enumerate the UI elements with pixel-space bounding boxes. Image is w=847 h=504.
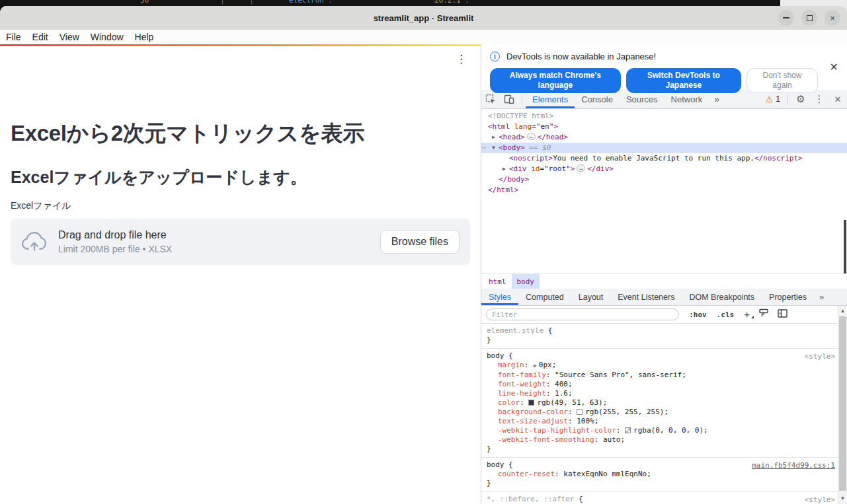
- menu-bar: FileEditViewWindowHelp: [0, 30, 847, 44]
- css-rule-source: <style>: [805, 352, 835, 361]
- warning-count: 1: [776, 94, 780, 104]
- expand-arrow-icon[interactable]: ▶: [534, 363, 537, 369]
- more-tabs-icon[interactable]: »: [814, 289, 829, 305]
- hover-state-toggle[interactable]: :hov: [689, 310, 707, 319]
- menu-item-edit[interactable]: Edit: [32, 32, 48, 42]
- page-title: Excelから2次元マトリックスを表示: [11, 120, 470, 147]
- styles-panel-tabs: StylesComputedLayoutEvent ListenersDOM B…: [481, 289, 847, 306]
- css-property[interactable]: margin: ▶0px;: [487, 361, 835, 371]
- tab-styles[interactable]: Styles: [481, 289, 518, 305]
- computed-sidebar-panel-icon[interactable]: [778, 308, 787, 320]
- devtools-close-icon[interactable]: ✕: [828, 90, 847, 108]
- new-style-rule-icon[interactable]: +: [744, 310, 750, 318]
- css-property[interactable]: line-height: 1.6;: [487, 389, 835, 398]
- css-selector-line: *, ::before, ::after {: [487, 495, 835, 504]
- toolbar-divider: [522, 94, 522, 104]
- title-bar[interactable]: streamlit_app · Streamlit ×: [0, 6, 847, 30]
- css-property[interactable]: font-family: "Source Sans Pro", sans-ser…: [487, 371, 835, 380]
- ellipsis-expand-icon[interactable]: …: [527, 133, 536, 140]
- css-selector[interactable]: *, ::before, ::after: [487, 495, 574, 503]
- menu-item-file[interactable]: File: [6, 32, 21, 42]
- css-property[interactable]: -webkit-font-smoothing: auto;: [487, 435, 835, 445]
- don-t-show-again-button[interactable]: Don't show again: [746, 68, 818, 93]
- scrollbar-thumb[interactable]: [839, 316, 846, 491]
- color-swatch[interactable]: [577, 409, 583, 415]
- collapse-arrow-icon[interactable]: ▼: [492, 143, 499, 153]
- rendering-emulation-icon[interactable]: [759, 308, 768, 320]
- browse-files-button[interactable]: Browse files: [380, 230, 460, 254]
- css-selector[interactable]: element.style: [487, 326, 544, 335]
- dom-tree-row[interactable]: <html lang="en">: [481, 122, 847, 132]
- css-selector-line: body {: [487, 351, 835, 361]
- css-property[interactable]: font-weight: 400;: [487, 380, 835, 389]
- tab-dom-breakpoints[interactable]: DOM Breakpoints: [682, 289, 762, 305]
- styles-rules-list: element.style {}body {<style>margin: ▶0p…: [481, 324, 847, 504]
- css-property[interactable]: text-size-adjust: 100%;: [487, 417, 835, 426]
- menu-item-help[interactable]: Help: [135, 32, 154, 42]
- always-match-chrome-s-language-button[interactable]: Always match Chrome's language: [490, 68, 621, 93]
- menu-item-view[interactable]: View: [60, 32, 79, 42]
- banner-close-icon[interactable]: ✕: [830, 61, 838, 73]
- color-swatch[interactable]: [528, 400, 534, 406]
- css-selector-line: element.style {: [487, 326, 835, 336]
- terminal-text-fragment: │: [249, 0, 254, 5]
- menu-item-window[interactable]: Window: [91, 32, 124, 42]
- app-menu-kebab-icon[interactable]: ⋮: [456, 52, 467, 66]
- file-uploader-dropzone[interactable]: Drag and drop file here Limit 200MB per …: [11, 219, 470, 265]
- page-subtitle: Excelファイルをアップロードします。: [11, 167, 470, 188]
- dom-tree-row[interactable]: <!DOCTYPE html>: [481, 111, 847, 122]
- scrollbar-down-icon[interactable]: ▼: [838, 494, 847, 503]
- tab-layout[interactable]: Layout: [571, 289, 611, 305]
- tab-properties[interactable]: Properties: [762, 289, 814, 305]
- elements-dom-tree: <!DOCTYPE html><html lang="en">▶<head>…<…: [481, 109, 847, 273]
- dom-tree-scrollbar[interactable]: [844, 220, 846, 273]
- dom-tree-row[interactable]: ▶<head>…</head>: [481, 132, 847, 143]
- breadcrumb-body[interactable]: body: [512, 274, 540, 289]
- window-title: streamlit_app · Streamlit: [374, 13, 474, 23]
- maximize-button[interactable]: [801, 10, 817, 26]
- terminal-text-fragment: electron :: [289, 0, 333, 5]
- css-selector[interactable]: body: [487, 460, 504, 469]
- dom-tree-row[interactable]: </body>: [481, 174, 847, 185]
- window-controls: ×: [778, 10, 840, 26]
- styles-filter-input[interactable]: [486, 308, 679, 320]
- css-rule: *, ::before, ::after {<style>box-sizing:…: [481, 492, 847, 504]
- dom-tree-row[interactable]: </html>: [481, 185, 847, 196]
- tab-event-listeners[interactable]: Event Listeners: [610, 289, 682, 305]
- css-selector[interactable]: body: [487, 351, 504, 360]
- css-rule-source[interactable]: main.fb5f4d99.css:1: [752, 461, 835, 470]
- tab-computed[interactable]: Computed: [518, 289, 571, 305]
- css-rule-source: <style>: [805, 495, 835, 504]
- expand-arrow-icon[interactable]: ▶: [492, 132, 499, 143]
- ellipsis-expand-icon[interactable]: …: [577, 164, 585, 172]
- dom-tree-row[interactable]: ⋯▼<body> == $0: [481, 143, 847, 153]
- dom-tree-row[interactable]: <noscript>You need to enable JavaScript …: [481, 153, 847, 164]
- uploader-text: Drag and drop file here Limit 200MB per …: [58, 229, 172, 254]
- streamlit-app-pane: ⋮ Excelから2次元マトリックスを表示 Excelファイルをアップロードしま…: [0, 44, 481, 504]
- uploader-label: Excelファイル: [11, 200, 470, 212]
- scrollbar-up-icon[interactable]: ▲: [838, 306, 847, 316]
- terminal-text-fragment: 50: [140, 0, 149, 5]
- css-property[interactable]: counter-reset: katexEqnNo mmlEqnNo;: [487, 470, 835, 479]
- dom-row-actions-icon[interactable]: ⋯: [482, 143, 486, 153]
- close-button[interactable]: ×: [825, 10, 840, 26]
- color-swatch[interactable]: [625, 427, 631, 433]
- css-property[interactable]: color: rgb(49, 51, 63);: [487, 398, 835, 408]
- css-property[interactable]: -webkit-tap-highlight-color: rgba(0, 0, …: [487, 426, 835, 435]
- minimize-button[interactable]: [778, 10, 794, 26]
- banner-message: DevTools is now available in Japanese!: [506, 52, 656, 61]
- switch-devtools-to-japanese-button[interactable]: Switch DevTools to Japanese: [626, 68, 741, 93]
- class-toggle[interactable]: .cls: [717, 310, 735, 319]
- breadcrumb-html[interactable]: html: [483, 274, 512, 289]
- css-property[interactable]: background-color: rgb(255, 255, 255);: [487, 408, 835, 417]
- toolbar-divider: [787, 94, 788, 104]
- warning-icon: ⚠: [766, 94, 774, 104]
- expand-arrow-icon[interactable]: ▶: [503, 164, 509, 174]
- styles-scrollbar[interactable]: ▲ ▼: [838, 306, 847, 504]
- terminal-text-fragment: 20.2.1 :: [434, 0, 469, 5]
- dom-tree-row[interactable]: ▶<div id="root">…</div>: [481, 164, 847, 174]
- uploader-hint-text: Limit 200MB per file • XLSX: [58, 244, 172, 254]
- css-rule: body {main.fb5f4d99.css:1counter-reset: …: [481, 458, 847, 492]
- uploader-main-text: Drag and drop file here: [58, 229, 172, 241]
- app-window: streamlit_app · Streamlit × FileEditView…: [0, 6, 847, 504]
